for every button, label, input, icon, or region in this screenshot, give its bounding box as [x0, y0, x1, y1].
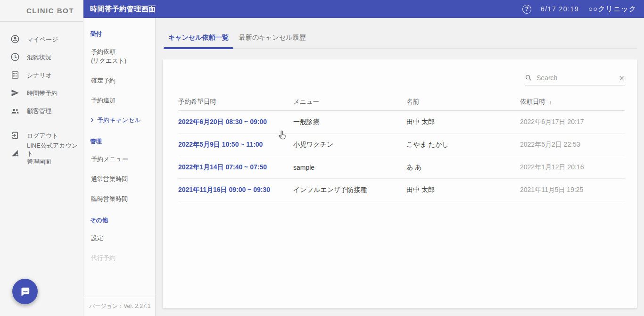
sidebar-item-label: 顧客管理 [27, 107, 51, 115]
search-row [178, 59, 625, 85]
chat-button[interactable] [12, 279, 38, 304]
cell-desired-datetime: 2022年6月20日 08:30 ~ 09:00 [178, 118, 293, 126]
clear-search-icon[interactable] [619, 75, 625, 81]
search-input[interactable] [537, 74, 614, 82]
submenu-item-reservation-request[interactable]: 予約依頼 (リクエスト) [91, 47, 155, 65]
chevron-right-icon [89, 117, 95, 123]
submenu-section-title: 管理 [90, 138, 155, 146]
sidebar-item-label: ログアウト [27, 132, 58, 140]
sort-desc-icon: ↓ [549, 99, 552, 106]
column-header-label: 依頼日時 [520, 98, 545, 106]
sidebar-item-label: 時間帯予約 [27, 89, 58, 97]
clock-icon [10, 52, 20, 62]
topbar-right: ? 6/17 20:19 ○○クリニック [522, 5, 636, 14]
right-column: 時間帯予約管理画面 ? 6/17 20:19 ○○クリニック 受付 予約依頼 (… [83, 0, 644, 316]
search-icon [525, 74, 532, 82]
sidebar-item-congestion[interactable]: 混雑状況 [0, 48, 83, 66]
help-glyph: ? [525, 6, 528, 12]
sidebar-item-label: LINE公式アカウント 管理画面 [27, 141, 83, 166]
column-header-desired-datetime[interactable]: 予約希望日時 [178, 98, 293, 106]
cancel-request-table: 予約希望日時 メニュー 名前 依頼日時 ↓ 2022年6月20日 08:30 ~… [178, 93, 625, 201]
main-panel: キャンセル依頼一覧 最新のキャンセル履歴 予約希望日時 [156, 18, 644, 316]
cell-menu: 一般診療 [293, 118, 406, 126]
sidebar-item-label: シナリオ [27, 71, 52, 79]
primary-nav: マイページ 混雑状況 シナリオ 時間帯予約 顧客管理 ログアウト [0, 22, 83, 162]
table-row[interactable]: 2021年11月16日 09:00 ~ 09:30 インフルエンザ予防接種 田中… [178, 179, 625, 201]
sidebar-item-timeslot-reservation[interactable]: 時間帯予約 [0, 84, 83, 102]
cell-name: 田中 太郎 [406, 186, 520, 194]
app-window: CLINIC BOT マイページ 混雑状況 シナリオ 時間帯予約 顧客管理 [0, 0, 644, 316]
submenu-item-confirmed-reservation[interactable]: 確定予約 [91, 76, 155, 85]
submenu-item-reservation-cancel[interactable]: 予約キャンセル [89, 116, 155, 125]
table-header-row: 予約希望日時 メニュー 名前 依頼日時 ↓ [178, 93, 625, 111]
submenu-section-title: 受付 [90, 30, 155, 38]
sidebar-item-label: マイページ [27, 35, 58, 43]
column-header-requested-at[interactable]: 依頼日時 ↓ [520, 98, 625, 106]
table-row[interactable]: 2022年6月20日 08:30 ~ 09:00 一般診療 田中 太郎 2022… [178, 111, 625, 133]
content-row: 受付 予約依頼 (リクエスト) 確定予約 予約追加 予約キャンセル 管理 予約メ… [83, 18, 644, 316]
primary-sidebar: CLINIC BOT マイページ 混雑状況 シナリオ 時間帯予約 顧客管理 [0, 0, 83, 316]
account-circle-icon [10, 34, 20, 44]
submenu-item-reservation-menu[interactable]: 予約メニュー [91, 155, 155, 164]
cell-desired-datetime: 2021年11月16日 09:00 ~ 09:30 [178, 186, 293, 194]
help-icon[interactable]: ? [522, 5, 531, 14]
header-datetime: 6/17 20:19 [541, 5, 579, 13]
line-account-manage-icon [10, 149, 20, 158]
cell-desired-datetime: 2022年5月9日 10:50 ~ 11:00 [178, 141, 293, 149]
topbar: 時間帯予約管理画面 ? 6/17 20:19 ○○クリニック [83, 0, 644, 18]
column-header-name[interactable]: 名前 [406, 98, 520, 106]
search-box [525, 74, 625, 85]
cell-requested-at: 2021年11月5日 19:25 [520, 186, 625, 194]
app-logo-text: CLINIC BOT [26, 7, 74, 15]
cell-menu: sample [293, 164, 406, 171]
sidebar-item-label: 混雑状況 [27, 53, 51, 61]
submenu-section-reception: 受付 予約依頼 (リクエスト) 確定予約 予約追加 予約キャンセル [83, 30, 155, 135]
clinic-name[interactable]: ○○クリニック [588, 5, 636, 14]
submenu-item-temporary-business-hours[interactable]: 臨時営業時間 [91, 194, 155, 203]
tab-bar: キャンセル依頼一覧 最新のキャンセル履歴 [163, 29, 637, 49]
submenu-section-management: 管理 予約メニュー 通常営業時間 臨時営業時間 [83, 138, 155, 214]
send-icon [10, 88, 20, 98]
submenu-section-others: その他 設定 代行予約 [83, 216, 155, 273]
chat-bubble-icon [19, 285, 32, 298]
sidebar-item-mypage[interactable]: マイページ [0, 30, 83, 48]
version-label: バージョン：Ver. 2.27.1 [83, 297, 155, 316]
tab-cancel-request-list[interactable]: キャンセル依頼一覧 [163, 29, 234, 48]
cell-name: こやま たかし [406, 141, 520, 149]
cell-requested-at: 2022年5月2日 22:53 [520, 141, 625, 149]
cell-menu: 小児ワクチン [293, 141, 406, 149]
cell-name: あ あ [406, 163, 520, 172]
submenu-item-normal-business-hours[interactable]: 通常営業時間 [91, 175, 155, 183]
cell-name: 田中 太郎 [406, 118, 520, 126]
submenu-item-settings[interactable]: 設定 [91, 233, 155, 242]
cell-desired-datetime: 2022年1月14日 07:40 ~ 07:50 [178, 163, 293, 172]
app-logo: CLINIC BOT [0, 0, 83, 22]
logout-icon [10, 131, 20, 140]
tab-latest-cancel-history[interactable]: 最新のキャンセル履歴 [234, 29, 311, 48]
table-row[interactable]: 2022年5月9日 10:50 ~ 11:00 小児ワクチン こやま たかし 2… [178, 133, 625, 156]
people-icon [10, 106, 20, 116]
cell-requested-at: 2022年1月12日 20:16 [520, 163, 625, 172]
submenu-item-proxy-reservation: 代行予約 [91, 253, 155, 262]
submenu-item-label: 予約キャンセル [97, 116, 141, 125]
page-title: 時間帯予約管理画面 [90, 5, 156, 14]
ballot-icon [10, 70, 20, 80]
submenu-section-title: その他 [90, 216, 155, 225]
cell-requested-at: 2022年6月17日 20:17 [520, 118, 625, 126]
sidebar-item-customer-management[interactable]: 顧客管理 [0, 102, 83, 120]
nav-spacer [0, 120, 83, 126]
table-row[interactable]: 2022年1月14日 07:40 ~ 07:50 sample あ あ 2022… [178, 156, 625, 179]
column-header-menu[interactable]: メニュー [293, 98, 406, 106]
submenu-item-add-reservation[interactable]: 予約追加 [91, 96, 155, 105]
secondary-sidebar: 受付 予約依頼 (リクエスト) 確定予約 予約追加 予約キャンセル 管理 予約メ… [83, 18, 156, 316]
sidebar-item-line-official-account[interactable]: LINE公式アカウント 管理画面 [0, 144, 83, 162]
cell-menu: インフルエンザ予防接種 [293, 186, 406, 194]
cancel-request-card: 予約希望日時 メニュー 名前 依頼日時 ↓ 2022年6月20日 08:30 ~… [163, 59, 637, 308]
sidebar-item-scenario[interactable]: シナリオ [0, 66, 83, 84]
